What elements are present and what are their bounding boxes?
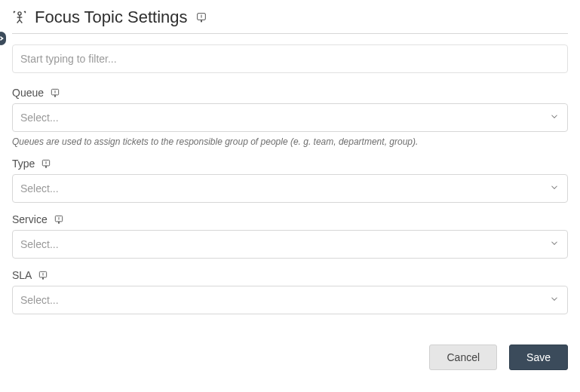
type-label: Type xyxy=(12,158,35,170)
service-label: Service xyxy=(12,213,48,225)
type-select[interactable]: Select... xyxy=(12,174,568,203)
chevron-down-icon xyxy=(549,294,560,307)
queue-hint: Queues are used to assign tickets to the… xyxy=(12,136,568,147)
sla-select-placeholder: Select... xyxy=(20,294,59,306)
service-help-icon[interactable] xyxy=(54,214,64,225)
sla-select[interactable]: Select... xyxy=(12,286,568,314)
field-service: Service Select... xyxy=(12,213,568,259)
service-select[interactable]: Select... xyxy=(12,230,568,259)
field-queue: Queue Select... Queues are used to assig… xyxy=(12,87,568,147)
queue-select-placeholder: Select... xyxy=(20,112,59,124)
footer-actions: Cancel Save xyxy=(12,345,568,370)
user-focus-icon xyxy=(12,10,27,25)
side-expand-handle[interactable] xyxy=(0,32,6,45)
sla-help-icon[interactable] xyxy=(38,270,48,280)
service-select-placeholder: Select... xyxy=(20,238,59,250)
chevron-down-icon xyxy=(549,112,560,124)
save-button[interactable]: Save xyxy=(509,345,568,370)
type-select-placeholder: Select... xyxy=(20,182,59,194)
queue-label: Queue xyxy=(12,87,44,99)
filter-input[interactable] xyxy=(12,44,568,73)
field-type: Type Select... xyxy=(12,158,568,203)
queue-help-icon[interactable] xyxy=(50,87,60,98)
sla-label: SLA xyxy=(12,269,32,281)
type-help-icon[interactable] xyxy=(41,158,51,169)
svg-point-0 xyxy=(18,12,21,15)
field-sla: SLA Select... xyxy=(12,269,568,314)
page-title: Focus Topic Settings xyxy=(35,8,188,27)
header-help-icon[interactable] xyxy=(195,11,207,23)
page-header: Focus Topic Settings xyxy=(12,8,568,34)
queue-select[interactable]: Select... xyxy=(12,103,568,132)
chevron-down-icon xyxy=(549,238,560,251)
cancel-button[interactable]: Cancel xyxy=(429,345,497,370)
chevron-down-icon xyxy=(549,182,560,195)
